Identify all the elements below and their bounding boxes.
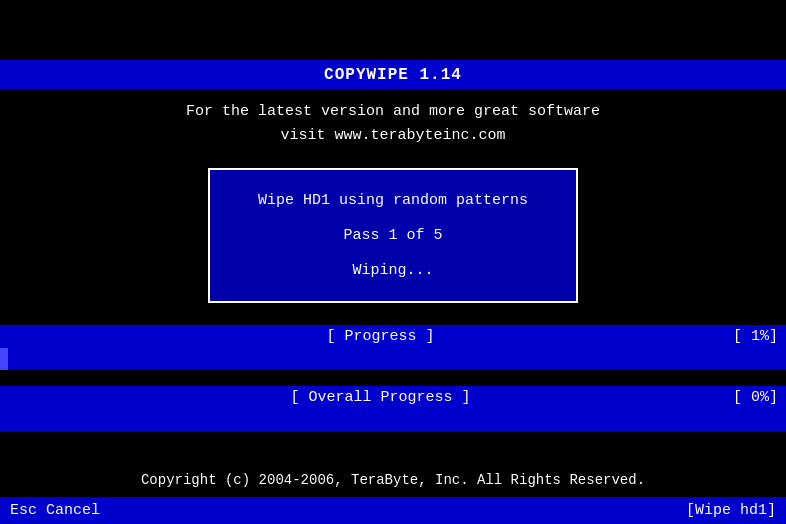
wipe-target-label: [Wipe hd1] [686, 502, 776, 519]
overall-bracket-left [8, 389, 28, 406]
bottom-bar: Esc Cancel [Wipe hd1] [0, 497, 786, 524]
subtitle-line1: For the latest version and more great so… [0, 100, 786, 124]
overall-progress-label-bar: [ Overall Progress ] [ 0%] [0, 386, 786, 409]
main-info-box: Wipe HD1 using random patterns Pass 1 of… [208, 168, 578, 303]
progress-label: [ Progress ] [28, 328, 733, 345]
progress-section: [ Progress ] [ 1%] [0, 325, 786, 370]
title-text: COPYWIPE 1.14 [324, 66, 462, 84]
copyright-text: Copyright (c) 2004-2006, TeraByte, Inc. … [0, 472, 786, 488]
overall-progress-track [0, 409, 786, 431]
title-bar: COPYWIPE 1.14 [0, 60, 786, 90]
overall-progress-label: [ Overall Progress ] [28, 389, 733, 406]
status-text: Wiping... [230, 262, 556, 279]
wipe-description: Wipe HD1 using random patterns [230, 192, 556, 209]
progress-fill [0, 348, 8, 370]
subtitle: For the latest version and more great so… [0, 100, 786, 148]
progress-label-bar: [ Progress ] [ 1%] [0, 325, 786, 348]
overall-progress-percent-label: [ 0%] [733, 389, 778, 406]
progress-percent-label: [ 1%] [733, 328, 778, 345]
subtitle-line2: visit www.terabyteinc.com [0, 124, 786, 148]
progress-bracket-left [8, 328, 28, 345]
esc-cancel-label[interactable]: Esc Cancel [10, 502, 100, 519]
pass-info: Pass 1 of 5 [230, 227, 556, 244]
progress-track [0, 348, 786, 370]
overall-progress-section: [ Overall Progress ] [ 0%] [0, 386, 786, 431]
